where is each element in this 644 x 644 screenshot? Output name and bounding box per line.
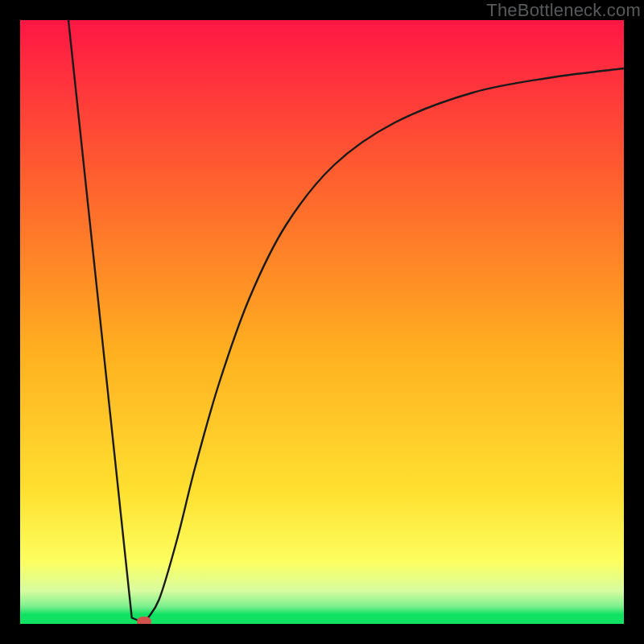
bottleneck-curve [68, 20, 624, 623]
optimal-point-marker [137, 617, 151, 624]
curve-layer [20, 20, 624, 624]
attribution-text: TheBottleneck.com [486, 0, 641, 21]
chart-frame: TheBottleneck.com [0, 0, 644, 644]
plot-area [20, 20, 624, 624]
